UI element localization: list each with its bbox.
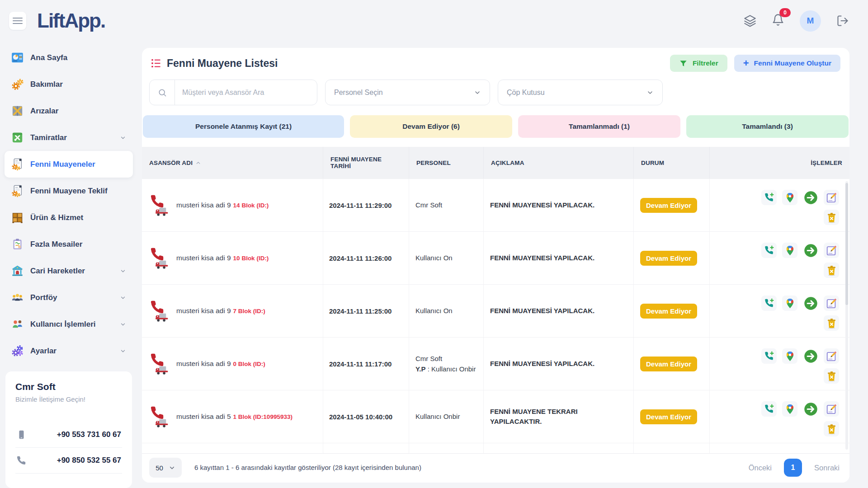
google-maps-button[interactable]: [782, 401, 797, 417]
create-inspection-button[interactable]: + Fenni Muayene Oluştur: [734, 55, 840, 72]
trash-filter-select[interactable]: Çöp Kutusu: [498, 80, 663, 105]
inspection-date: 2024-11-11 11:26:00: [323, 232, 409, 284]
description-cell: FENNİ MUAYENESİ YAPILACAK.: [483, 179, 633, 231]
column-header-asansor-adi[interactable]: ASANSÖR ADI: [142, 160, 323, 166]
sidebar-item-fenni-muayeneler[interactable]: Fenni Muayeneler: [5, 151, 133, 178]
notifications-button[interactable]: 0: [772, 14, 784, 28]
call-add-button[interactable]: [761, 190, 777, 205]
table-header: ASANSÖR ADI FENNİ MUAYENE TARİHİ PERSONE…: [142, 147, 849, 178]
forward-button[interactable]: [803, 190, 818, 205]
chevron-down-icon: [120, 268, 126, 274]
forward-button[interactable]: [803, 348, 818, 364]
elevator-block-id[interactable]: 0 Blok (ID:): [233, 361, 265, 367]
sidebar-item-ana-sayfa[interactable]: Ana Sayfa: [5, 44, 133, 71]
page-size-select[interactable]: 50: [149, 458, 182, 478]
elevator-block-id[interactable]: 7 Blok (ID:): [233, 308, 265, 314]
content-card: Fenni Muayene Listesi Filtreler + Fenni …: [142, 48, 849, 483]
delete-button[interactable]: [824, 210, 839, 225]
scrollbar-thumb[interactable]: [845, 183, 848, 305]
sidebar-item-arizalar[interactable]: Arızalar: [5, 98, 133, 124]
edit-button[interactable]: [824, 243, 839, 258]
sidebar-item-tamiratlar[interactable]: Tamiratlar: [5, 124, 133, 151]
delete-button[interactable]: [824, 315, 839, 331]
google-maps-button[interactable]: [782, 190, 797, 205]
sidebar-item-portfoy[interactable]: Portföy: [5, 284, 133, 311]
status-chip-tamamlandi-3[interactable]: Tamamlandı (3): [686, 115, 849, 138]
delete-button[interactable]: [824, 263, 839, 278]
sidebar-item-urun-hizmet[interactable]: Ürün & Hizmet: [5, 204, 133, 231]
filter-icon: [679, 59, 688, 68]
status-cell: Devam Ediyor: [633, 232, 709, 284]
prev-page-button[interactable]: Önceki: [749, 464, 772, 472]
call-add-button[interactable]: [761, 243, 777, 258]
actions-cell: [709, 179, 849, 231]
status-cell: Devam Ediyor: [633, 443, 709, 453]
phone-icon: [16, 455, 26, 465]
sidebar-item-kullanici-i-slemleri[interactable]: Kullanıcı İşlemleri: [5, 311, 133, 338]
list-icon: [150, 57, 162, 69]
edit-button[interactable]: [824, 401, 839, 417]
logout-icon[interactable]: [836, 14, 849, 27]
inspection-date: 2024-11-05 10:40:00: [323, 390, 409, 443]
contact-title: Cmr Soft: [15, 381, 122, 392]
current-page-button[interactable]: 1: [784, 459, 802, 477]
status-chip-devam-ediyor-6[interactable]: Devam Ediyor (6): [350, 115, 512, 138]
personnel-select[interactable]: Personel Seçin: [325, 80, 490, 105]
edit-button[interactable]: [824, 190, 839, 205]
elevator-block-id[interactable]: 14 Blok (ID:): [233, 202, 269, 209]
column-header-durum[interactable]: DURUM: [633, 147, 709, 178]
table-row: musteri kisa adi 914 Blok (ID:) 2024-11-…: [142, 178, 849, 231]
call-add-button[interactable]: [761, 401, 777, 417]
edit-button[interactable]: [824, 296, 839, 311]
sidebar-item-bakimlar[interactable]: Bakımlar: [5, 71, 133, 98]
status-chip-personele-atanmis-kayit-21[interactable]: Personele Atanmış Kayıt (21): [143, 115, 344, 138]
edit-button[interactable]: [824, 348, 839, 364]
pagination: Önceki 1 Sonraki: [749, 459, 840, 477]
actions-cell: [709, 232, 849, 284]
sidebar-item-label: Ana Sayfa: [30, 53, 67, 62]
delete-button[interactable]: [824, 368, 839, 384]
chevron-down-icon: [120, 135, 126, 141]
status-cell: Devam Ediyor: [633, 338, 709, 390]
personnel-cell: Cmr Soft: [409, 179, 483, 231]
elevator-block-id[interactable]: 1 Blok (ID:10995933): [233, 413, 292, 420]
delete-button[interactable]: [824, 421, 839, 436]
contact-phone-row[interactable]: +90 850 532 55 67: [15, 448, 122, 474]
sidebar-item-label: Ürün & Hizmet: [30, 213, 83, 222]
sidebar-item-fazla-mesailer[interactable]: Fazla Mesailer: [5, 231, 133, 258]
search-icon: [150, 80, 175, 105]
sidebar-item-cari-hareketler[interactable]: Cari Hareketler: [5, 258, 133, 284]
table-body: musteri kisa adi 914 Blok (ID:) 2024-11-…: [142, 178, 849, 453]
google-maps-button[interactable]: [782, 243, 797, 258]
google-maps-button[interactable]: [782, 348, 797, 364]
elevator-block-id[interactable]: 10 Blok (ID:): [233, 255, 269, 262]
forward-button[interactable]: [803, 401, 818, 417]
sidebar-item-fenni-muayene-teklif[interactable]: Fenni Muayene Teklif: [5, 178, 133, 204]
google-maps-button[interactable]: [782, 296, 797, 311]
call-add-button[interactable]: [761, 348, 777, 364]
contact-phone-row[interactable]: +90 553 731 60 67: [15, 422, 122, 448]
contact-subtitle: Bizimle İletişime Geçin!: [15, 395, 122, 403]
table-row: musteri kisa adi 90 Blok (ID:) 2024-11-1…: [142, 337, 849, 390]
status-cell: Devam Ediyor: [633, 285, 709, 337]
sidebar-item-ayarlar[interactable]: Ayarlar: [5, 338, 133, 364]
status-badge: Devam Ediyor: [640, 251, 697, 266]
column-header-tarih[interactable]: FENNİ MUAYENE TARİHİ: [323, 147, 409, 178]
avatar[interactable]: M: [800, 10, 821, 32]
hamburger-menu-button[interactable]: [9, 12, 26, 30]
column-header-aciklama[interactable]: AÇIKLAMA: [483, 147, 633, 178]
search-input[interactable]: [175, 80, 317, 105]
forward-button[interactable]: [803, 243, 818, 258]
next-page-button[interactable]: Sonraki: [814, 464, 840, 472]
layers-icon[interactable]: [744, 14, 756, 27]
sidebar-item-label: Kullanıcı İşlemleri: [30, 320, 96, 329]
repair-icon: [11, 131, 24, 144]
column-header-personel[interactable]: PERSONEL: [409, 147, 483, 178]
filters-button[interactable]: Filtreler: [670, 55, 727, 72]
top-bar: LiftApp. 0 M: [0, 0, 868, 42]
call-add-button[interactable]: [761, 296, 777, 311]
sidebar-item-label: Ayarlar: [30, 347, 57, 356]
actions-cell: [709, 443, 849, 453]
status-chip-tamamlanmadi-1[interactable]: Tamamlanmadı (1): [518, 115, 680, 138]
forward-button[interactable]: [803, 296, 818, 311]
